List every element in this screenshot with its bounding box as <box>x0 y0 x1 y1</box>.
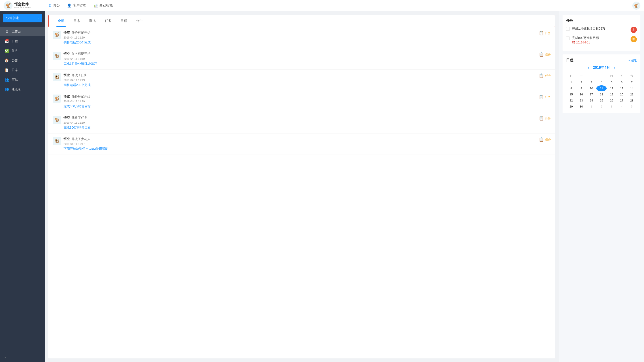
nav-customer[interactable]: 👤 客户管理 <box>67 3 86 8</box>
calendar-day[interactable]: 1 <box>586 103 596 110</box>
task-tag-icon: 📋 <box>539 31 544 36</box>
calendar-day[interactable]: 22 <box>566 97 576 103</box>
feed-link[interactable]: 销售电话200个完成 <box>64 83 539 87</box>
feed-action: 修改了任务 <box>72 116 87 120</box>
calendar-day[interactable]: 25 <box>596 97 606 103</box>
sidebar-item-approve-label: 审批 <box>12 78 18 82</box>
task-date: ⏰ 2019-04-11 <box>572 41 628 44</box>
calendar-weekday-header: 五 <box>617 73 627 79</box>
calendar-day[interactable]: 11 <box>596 85 606 91</box>
sidebar: 快速创建 › 🖥 工作台 📅 日程 ✅ 任务 🏠 公告 📋 日志 <box>0 11 45 362</box>
user-avatar[interactable]: 🐒 <box>632 2 640 10</box>
priority-badge-mid[interactable]: 中 <box>630 36 637 42</box>
sidebar-item-workbench-label: 工作台 <box>12 30 21 34</box>
nav-bi[interactable]: 📊 商业智能 <box>94 3 113 8</box>
quick-create-arrow-icon: › <box>37 16 38 20</box>
calendar-day[interactable]: 7 <box>627 79 637 85</box>
calendar-day[interactable]: 2 <box>576 79 586 85</box>
sidebar-item-schedule[interactable]: 📅 日程 <box>0 36 45 46</box>
feed-link[interactable]: 完成1月份业绩目标08万 <box>64 62 539 66</box>
calendar-day[interactable]: 15 <box>566 91 576 97</box>
sidebar-item-contacts[interactable]: 👥 通讯录 <box>0 84 45 94</box>
nav-office[interactable]: 🖥 办公 <box>48 3 60 8</box>
feed-link[interactable]: 完成800万销售目标 <box>64 126 539 130</box>
feed-list: 🐒 悟空 任务标记开始 2019-04-11 11:19 销售电话200个完成 … <box>48 27 556 358</box>
calendar-prev-button[interactable]: ‹ <box>588 65 590 70</box>
collapse-icon: ≡ <box>4 356 6 359</box>
feed-time: 2019-04-11 11:19 <box>64 100 85 103</box>
task-checkbox-1[interactable] <box>566 27 570 31</box>
priority-badge-high[interactable]: 高 <box>630 27 637 33</box>
calendar-day[interactable]: 4 <box>617 103 627 110</box>
calendar-day[interactable]: 12 <box>607 85 617 91</box>
calendar-create-button[interactable]: + 创建 <box>628 59 637 63</box>
calendar-day[interactable]: 6 <box>617 79 627 85</box>
sidebar-item-workbench[interactable]: 🖥 工作台 <box>0 27 45 36</box>
calendar-day[interactable]: 4 <box>596 79 606 85</box>
calendar-day[interactable]: 30 <box>576 103 586 110</box>
main-layout: 快速创建 › 🖥 工作台 📅 日程 ✅ 任务 🏠 公告 📋 日志 <box>0 11 644 362</box>
calendar-day[interactable]: 3 <box>586 79 596 85</box>
list-item: 🐒 悟空 任务标记开始 2019-04-11 11:19 完成800万销售目标 … <box>48 91 556 112</box>
tab-task[interactable]: 任务 <box>100 15 116 27</box>
sidebar-item-notice-label: 公告 <box>12 59 18 63</box>
notice-icon: 🏠 <box>4 58 9 63</box>
calendar-day[interactable]: 2 <box>596 103 606 110</box>
calendar-day[interactable]: 16 <box>576 91 586 97</box>
feed-user: 悟空 <box>64 31 70 35</box>
calendar-day[interactable]: 8 <box>566 85 576 91</box>
feed-link[interactable]: 下周开始培训悟空CRM使用帮助 <box>64 147 539 151</box>
calendar-day[interactable]: 5 <box>627 103 637 110</box>
calendar-day[interactable]: 5 <box>607 79 617 85</box>
calendar-days-grid: 1234567891011121314151617181920212223242… <box>566 79 637 110</box>
feed-item-content: 悟空 任务标记开始 2019-04-11 11:19 销售电话200个完成 <box>64 31 539 45</box>
feed-action: 修改了参与人 <box>72 137 90 141</box>
calendar-weekday-header: 一 <box>576 73 586 79</box>
calendar-day[interactable]: 3 <box>607 103 617 110</box>
list-item: 🐒 悟空 修改了参与人 2019-04-11 10:17 下周开始培训悟空CRM… <box>48 133 556 155</box>
calendar-day[interactable]: 14 <box>627 85 637 91</box>
calendar-day[interactable]: 24 <box>586 97 596 103</box>
calendar-day[interactable]: 26 <box>607 97 617 103</box>
task-checkbox-2[interactable] <box>566 37 570 40</box>
tab-all[interactable]: 全部 <box>53 15 69 27</box>
calendar-day[interactable]: 29 <box>566 103 576 110</box>
calendar-day[interactable]: 13 <box>617 85 627 91</box>
sidebar-item-log[interactable]: 📋 日志 <box>0 65 45 75</box>
calendar-day[interactable]: 9 <box>576 85 586 91</box>
sidebar-item-schedule-label: 日程 <box>12 39 18 43</box>
calendar-day[interactable]: 19 <box>607 91 617 97</box>
sidebar-collapse[interactable]: ≡ <box>0 353 45 362</box>
tab-approve[interactable]: 审批 <box>84 15 100 27</box>
calendar-next-button[interactable]: › <box>614 65 615 70</box>
feed-item-content: 悟空 修改了任务 2019-04-11 11:19 销售电话200个完成 <box>64 73 539 87</box>
feed-link[interactable]: 销售电话200个完成 <box>64 41 539 45</box>
calendar-day[interactable]: 27 <box>617 97 627 103</box>
sidebar-item-task[interactable]: ✅ 任务 <box>0 46 45 56</box>
calendar-day[interactable]: 18 <box>596 91 606 97</box>
nav-customer-label: 客户管理 <box>73 3 86 8</box>
calendar-weekday-header: 三 <box>596 73 606 79</box>
feed-time: 2019-04-11 11:19 <box>64 121 85 124</box>
sidebar-item-notice[interactable]: 🏠 公告 <box>0 56 45 65</box>
calendar-title: 日程 <box>566 58 573 63</box>
calendar-day[interactable]: 17 <box>586 91 596 97</box>
quick-create-button[interactable]: 快速创建 › <box>3 14 42 22</box>
calendar-day[interactable]: 23 <box>576 97 586 103</box>
feed-tag: 📋 任务 <box>539 116 551 121</box>
main-nav: 🖥 办公 👤 客户管理 📊 商业智能 <box>48 3 632 8</box>
tab-schedule[interactable]: 日程 <box>116 15 132 27</box>
sidebar-item-approve[interactable]: 👥 审批 <box>0 75 45 84</box>
calendar-day[interactable]: 28 <box>627 97 637 103</box>
task-tag-icon: 📋 <box>539 137 544 142</box>
content-area: 全部 日志 审批 任务 日程 公告 <box>45 11 644 362</box>
calendar-day[interactable]: 1 <box>566 79 576 85</box>
task-tag-icon: 📋 <box>539 116 544 121</box>
tab-notice[interactable]: 公告 <box>132 15 147 27</box>
calendar-day[interactable]: 21 <box>627 91 637 97</box>
task-item: 完成800万销售目标 ⏰ 2019-04-11 中 <box>566 36 637 44</box>
calendar-day[interactable]: 10 <box>586 85 596 91</box>
tab-log[interactable]: 日志 <box>69 15 84 27</box>
calendar-day[interactable]: 20 <box>617 91 627 97</box>
feed-link[interactable]: 完成800万销售目标 <box>64 104 539 108</box>
